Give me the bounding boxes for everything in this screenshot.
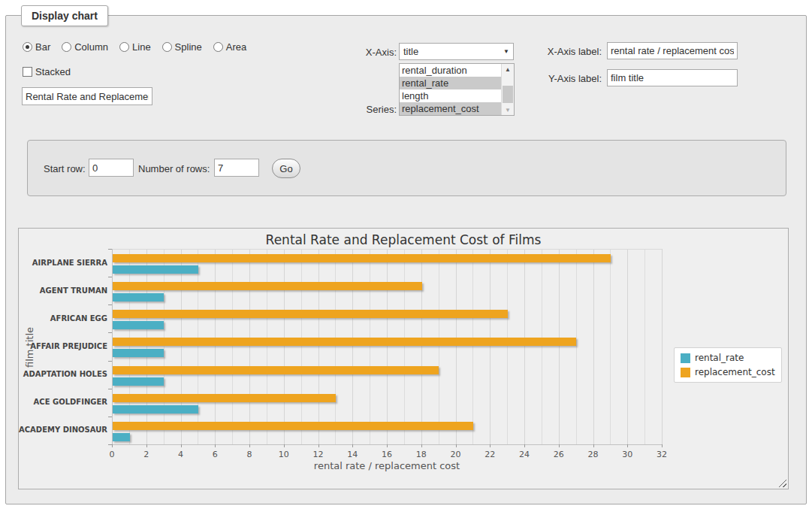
- gridline: [524, 249, 525, 444]
- gridline: [129, 249, 130, 444]
- start-row-input[interactable]: [89, 159, 134, 177]
- gridline: [215, 249, 216, 444]
- value-tick-label: 0: [101, 450, 123, 459]
- value-tick: [524, 444, 525, 447]
- category-tick: [108, 361, 112, 362]
- value-tick-label: 32: [651, 450, 673, 459]
- x-axis-label-input[interactable]: [607, 42, 738, 59]
- chart-type-radio-group: BarColumnLineSplineArea: [23, 41, 246, 53]
- bar-replacement_cost: [113, 366, 439, 374]
- category-axis-line: [112, 249, 113, 444]
- chart-container: Rental Rate and Replacement Cost of Film…: [18, 228, 789, 489]
- bar-rental_rate: [113, 321, 164, 329]
- bar-replacement_cost: [113, 422, 473, 430]
- radio-icon[interactable]: [62, 42, 71, 52]
- category-tick: [108, 332, 112, 333]
- gridline: [456, 249, 457, 444]
- value-tick-label: 24: [513, 450, 536, 459]
- series-option-rental_duration[interactable]: rental_duration: [400, 64, 514, 77]
- chart-title: Rental Rate and Replacement Cost of Film…: [19, 232, 788, 247]
- value-tick-label: 8: [238, 450, 261, 459]
- value-tick: [249, 444, 250, 447]
- value-tick-label: 2: [135, 450, 158, 459]
- category-tick: [108, 304, 112, 305]
- scrollbar-thumb[interactable]: [503, 86, 513, 103]
- category-label: ACADEMY DINOSAUR: [19, 426, 107, 434]
- series-listbox[interactable]: rental_durationrental_ratelengthreplacem…: [399, 63, 515, 116]
- series-option-rental_rate[interactable]: rental_rate: [400, 77, 514, 89]
- legend-item-replacement_cost[interactable]: replacement_cost: [681, 367, 775, 377]
- resize-grip-icon[interactable]: [778, 479, 786, 487]
- listbox-scrollbar[interactable]: ▲ ▼: [501, 64, 514, 115]
- gridline: [146, 249, 147, 444]
- radio-icon[interactable]: [119, 42, 129, 52]
- gridline: [198, 249, 198, 444]
- gridline: [181, 249, 182, 444]
- bar-replacement_cost: [113, 254, 611, 262]
- gridline: [610, 249, 611, 444]
- value-tick-label: 18: [410, 450, 433, 459]
- radio-label: Spline: [175, 41, 202, 53]
- category-label: AFRICAN EGG: [19, 314, 107, 323]
- go-button[interactable]: Go: [272, 159, 300, 178]
- category-label: AFFAIR PREJUDICE: [19, 342, 107, 350]
- category-label: ADAPTATION HOLES: [19, 370, 107, 378]
- gridline: [662, 249, 663, 444]
- bar-replacement_cost: [113, 282, 422, 290]
- bar-replacement_cost: [113, 338, 576, 346]
- radio-line[interactable]: Line: [119, 41, 151, 53]
- x-axis-select[interactable]: title ▼: [399, 43, 514, 60]
- radio-bar[interactable]: Bar: [23, 41, 50, 53]
- gridline: [490, 249, 491, 444]
- legend-swatch-icon: [681, 368, 690, 377]
- series-option-replacement_cost[interactable]: replacement_cost: [400, 102, 514, 115]
- bar-rental_rate: [113, 293, 164, 301]
- gridline: [318, 249, 319, 444]
- number-of-rows-input[interactable]: [214, 159, 259, 177]
- gridline: [387, 249, 388, 444]
- value-tick: [662, 444, 663, 447]
- scroll-up-icon[interactable]: ▲: [502, 64, 514, 74]
- value-tick: [215, 444, 216, 447]
- value-tick-label: 16: [376, 450, 398, 459]
- chart-title-input[interactable]: [22, 87, 152, 105]
- stacked-checkbox[interactable]: Stacked: [23, 66, 71, 77]
- value-tick: [490, 444, 491, 447]
- value-tick: [421, 444, 422, 447]
- radio-spline[interactable]: Spline: [162, 41, 202, 53]
- gridline: [249, 249, 250, 444]
- number-of-rows-label: Number of rows:: [138, 163, 210, 174]
- legend-item-rental_rate[interactable]: rental_rate: [681, 353, 775, 363]
- fieldset-legend: Display chart: [21, 5, 108, 26]
- y-axis-label-input[interactable]: [607, 69, 738, 86]
- radio-icon[interactable]: [213, 42, 223, 52]
- radio-icon[interactable]: [23, 42, 32, 52]
- checkbox-icon[interactable]: [23, 67, 32, 77]
- value-tick: [627, 444, 628, 447]
- radio-area[interactable]: Area: [213, 41, 246, 53]
- legend-label: rental_rate: [695, 353, 744, 363]
- value-tick-label: 6: [204, 450, 226, 459]
- series-listbox-label: Series:: [331, 104, 397, 115]
- stacked-label: Stacked: [35, 66, 71, 77]
- category-tick: [108, 417, 112, 417]
- value-tick-label: 28: [582, 450, 605, 459]
- gridline: [284, 249, 285, 444]
- gridline: [301, 249, 302, 444]
- scroll-down-icon[interactable]: ▼: [502, 105, 514, 115]
- gridline: [542, 249, 542, 444]
- gridline: [421, 249, 422, 444]
- gridline: [352, 249, 353, 444]
- bar-rental_rate: [113, 265, 198, 274]
- gridline: [439, 249, 439, 444]
- radio-column[interactable]: Column: [62, 41, 108, 53]
- radio-icon[interactable]: [162, 42, 172, 52]
- gridline: [593, 249, 594, 444]
- value-tick-label: 26: [548, 450, 570, 459]
- value-tick: [318, 444, 319, 447]
- series-option-length[interactable]: length: [400, 89, 514, 102]
- bar-rental_rate: [113, 433, 130, 441]
- x-axis-label-label: X-Axis label:: [518, 46, 602, 57]
- category-label: AGENT TRUMAN: [19, 286, 107, 295]
- gridline: [335, 249, 336, 444]
